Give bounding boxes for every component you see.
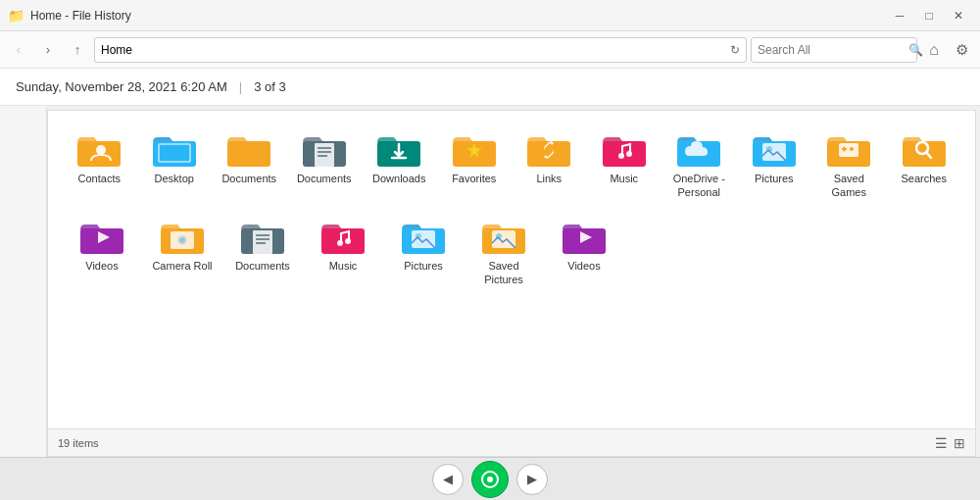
search-box[interactable]: 🔍 xyxy=(751,37,917,63)
file-label: Pictures xyxy=(404,259,443,273)
file-item[interactable]: Music xyxy=(305,210,381,293)
file-item[interactable]: Saved Pictures xyxy=(466,210,542,293)
date-text: Sunday, November 28, 2021 6:20 AM xyxy=(16,79,227,94)
file-item[interactable]: Downloads xyxy=(364,123,435,206)
folder-icon-wrap xyxy=(319,216,367,255)
folder-icon xyxy=(75,128,122,168)
address-bar[interactable]: ↻ xyxy=(94,37,747,63)
file-item[interactable]: Documents xyxy=(214,123,285,206)
main-layout: Contacts Desktop Documents Documents Dow… xyxy=(0,106,980,457)
folder-icon-wrap xyxy=(159,216,206,255)
file-row-1: Videos Camera Roll Documents Music Pictu… xyxy=(64,210,959,293)
file-label: Searches xyxy=(902,172,947,185)
file-label: Videos xyxy=(85,259,118,273)
file-item[interactable]: Pictures xyxy=(385,210,462,293)
folder-icon-wrap xyxy=(375,128,422,168)
file-item[interactable]: Desktop xyxy=(139,123,211,206)
close-button[interactable]: ✕ xyxy=(945,6,972,25)
date-bar: Sunday, November 28, 2021 6:20 AM | 3 of… xyxy=(0,69,980,106)
folder-icon xyxy=(451,128,498,168)
status-right: ☰ ⊞ xyxy=(935,435,965,451)
file-label: OneDrive - Personal xyxy=(667,172,731,200)
file-area: Contacts Desktop Documents Documents Dow… xyxy=(47,110,976,457)
title-bar-left: 📁 Home - File History xyxy=(8,8,131,24)
file-grid: Contacts Desktop Documents Documents Dow… xyxy=(48,111,975,428)
file-item[interactable]: Searches xyxy=(889,123,960,206)
folder-icon xyxy=(239,216,286,255)
folder-icon-wrap xyxy=(451,128,498,168)
folder-icon xyxy=(301,128,348,168)
svg-point-57 xyxy=(337,240,343,246)
file-item[interactable]: Camera Roll xyxy=(144,210,220,293)
list-view-button[interactable]: ☰ xyxy=(935,435,948,451)
svg-point-24 xyxy=(626,151,632,157)
file-item[interactable]: Favorites xyxy=(439,123,511,206)
file-item[interactable]: Documents xyxy=(224,210,301,293)
maximize-button[interactable]: □ xyxy=(915,6,943,25)
folder-icon-wrap xyxy=(601,128,648,168)
file-item[interactable]: Videos xyxy=(64,210,140,293)
file-label: Saved Games xyxy=(817,172,881,200)
title-bar: 📁 Home - File History ─ □ ✕ xyxy=(0,0,980,31)
folder-icon xyxy=(901,128,948,168)
folder-icon-wrap xyxy=(239,216,286,255)
folder-icon xyxy=(375,128,422,168)
bottom-controls: ◀ ▶ xyxy=(0,457,980,500)
file-label: Documents xyxy=(221,172,276,185)
home-button[interactable]: ⌂ xyxy=(921,37,947,63)
address-input[interactable] xyxy=(101,43,730,57)
sidebar xyxy=(0,106,47,457)
forward-button[interactable]: › xyxy=(35,37,61,63)
svg-point-34 xyxy=(850,147,854,151)
file-label: Favorites xyxy=(452,172,496,185)
file-item[interactable]: Saved Games xyxy=(813,123,885,206)
back-button[interactable]: ‹ xyxy=(6,37,31,63)
file-label: Videos xyxy=(567,259,600,273)
search-input[interactable] xyxy=(758,43,905,57)
folder-icon xyxy=(400,216,447,255)
svg-rect-51 xyxy=(253,230,272,254)
folder-icon xyxy=(751,128,798,168)
minimize-button[interactable]: ─ xyxy=(886,6,913,25)
up-button[interactable]: ↑ xyxy=(65,37,90,63)
file-item[interactable]: Documents xyxy=(289,123,361,206)
folder-icon-wrap xyxy=(525,128,572,168)
title-bar-controls: ─ □ ✕ xyxy=(886,6,972,25)
file-label: Contacts xyxy=(78,172,121,185)
folder-icon-wrap xyxy=(825,128,872,168)
folder-icon-wrap xyxy=(75,128,122,168)
folder-icon-wrap xyxy=(561,216,608,255)
folder-icon-wrap xyxy=(751,128,798,168)
settings-button[interactable]: ⚙ xyxy=(949,37,974,63)
folder-icon-wrap xyxy=(225,128,272,168)
file-label: Downloads xyxy=(372,172,425,185)
svg-point-58 xyxy=(345,238,351,244)
next-button[interactable]: ▶ xyxy=(516,464,548,495)
file-label: Documents xyxy=(235,259,290,273)
file-label: Pictures xyxy=(755,172,794,185)
file-item[interactable]: Pictures xyxy=(739,123,810,206)
file-item[interactable]: Contacts xyxy=(64,123,135,206)
play-button[interactable] xyxy=(471,461,509,498)
folder-icon-wrap xyxy=(301,128,348,168)
file-item[interactable]: Videos xyxy=(546,210,622,293)
file-item[interactable]: Links xyxy=(514,123,585,206)
file-label: Camera Roll xyxy=(152,259,212,273)
file-label: Music xyxy=(610,172,638,185)
file-item[interactable]: Music xyxy=(589,123,661,206)
file-label: Desktop xyxy=(155,172,194,185)
folder-icon xyxy=(319,216,367,255)
status-bar: 19 items ☰ ⊞ xyxy=(48,428,975,456)
folder-icon xyxy=(825,128,872,168)
folder-icon xyxy=(159,216,206,255)
svg-rect-10 xyxy=(315,143,334,167)
grid-view-button[interactable]: ⊞ xyxy=(954,435,965,451)
file-item[interactable]: OneDrive - Personal xyxy=(663,123,735,206)
refresh-icon[interactable]: ↻ xyxy=(730,43,740,57)
prev-button[interactable]: ◀ xyxy=(432,464,464,495)
folder-icon xyxy=(561,216,608,255)
folder-icon-wrap xyxy=(400,216,447,255)
folder-icon xyxy=(78,216,125,255)
window-title: Home - File History xyxy=(30,9,131,23)
svg-point-48 xyxy=(179,237,185,243)
